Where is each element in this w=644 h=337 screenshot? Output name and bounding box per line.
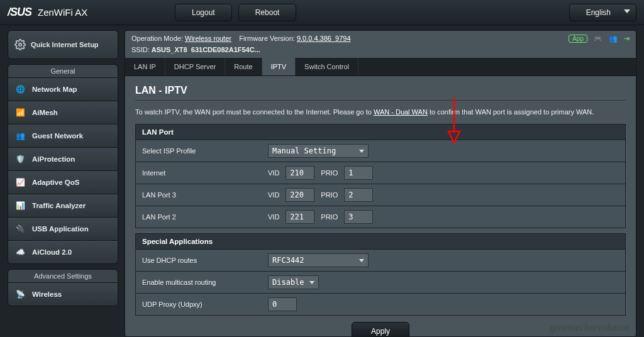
nav-label: Adaptive QoS	[32, 179, 79, 186]
vid-input[interactable]	[286, 210, 314, 224]
prio-input[interactable]	[344, 210, 373, 224]
port-row: LAN Port 3VIDPRIO	[135, 184, 626, 206]
prio-input[interactable]	[344, 188, 373, 202]
nav-label: Guest Network	[32, 132, 83, 140]
sidebar-item-wireless[interactable]: 📡Wireless	[8, 282, 118, 306]
quick-internet-setup[interactable]: Quick Internet Setup	[8, 30, 118, 59]
reboot-button[interactable]: Reboot	[238, 4, 297, 21]
sidebar-item-aiprotection[interactable]: 🛡️AiProtection	[8, 148, 118, 171]
vid-label: VID	[268, 191, 279, 199]
nav-label: Traffic Analyzer	[32, 202, 86, 209]
nav-icon: 🛡️	[14, 153, 26, 165]
special-apps-header: Special Applications	[135, 233, 626, 250]
vid-label: VID	[268, 169, 279, 177]
sidebar-section-advanced: Advanced Settings	[8, 269, 118, 282]
nav-icon: 📊	[14, 200, 26, 211]
nav-icon: 📈	[14, 177, 26, 188]
sidebar: Quick Internet Setup General 🌐Network Ma…	[8, 30, 118, 337]
nav-icon: 🔌	[14, 223, 26, 235]
tab-iptv[interactable]: IPTV	[262, 57, 296, 75]
prio-label: PRIO	[321, 169, 338, 177]
svg-point-0	[19, 43, 22, 47]
usb-icon[interactable]: ⇥	[624, 35, 630, 43]
main-panel: Operation Mode: Wireless router Firmware…	[125, 30, 636, 337]
port-row: InternetVIDPRIO	[135, 162, 626, 184]
udpxy-input[interactable]	[268, 297, 297, 311]
nav-icon: 🌐	[14, 84, 26, 95]
page-description: To watch IPTV, the WAN port must be conn…	[135, 107, 626, 118]
nav-label: AiProtection	[32, 155, 75, 163]
lan-port-header: LAN Port	[135, 124, 626, 140]
fw-label: Firmware Version:	[239, 35, 295, 42]
ssid-value-1: ASUS_XT8	[152, 46, 187, 53]
nav-icon: 📶	[14, 107, 26, 118]
nav-label: Network Map	[32, 86, 77, 93]
isp-profile-select[interactable]: Manual Setting	[268, 144, 369, 158]
gear-icon	[14, 39, 26, 50]
op-mode-link[interactable]: Wireless router	[185, 35, 231, 42]
tab-route[interactable]: Route	[225, 58, 262, 75]
fw-link[interactable]: 9.0.0.4.386_9794	[297, 35, 351, 42]
brand-logo: /SUS	[8, 6, 31, 19]
nav-label: AiMesh	[32, 109, 58, 116]
page-title: LAN - IPTV	[135, 85, 626, 96]
sidebar-item-guest-network[interactable]: 👥Guest Network	[8, 124, 118, 148]
tabs: LAN IPDHCP ServerRouteIPTVSwitch Control	[125, 58, 636, 76]
nav-label: Wireless	[32, 290, 62, 298]
multicast-label: Enable multicast routing	[136, 273, 262, 291]
prio-label: PRIO	[321, 213, 338, 221]
app-link[interactable]: App	[569, 35, 587, 43]
tab-dhcp-server[interactable]: DHCP Server	[165, 58, 225, 75]
apply-button[interactable]: Apply	[352, 322, 409, 336]
multicast-select[interactable]: Disable	[268, 275, 319, 289]
nav-label: USB Application	[32, 225, 89, 233]
nav-icon: 👥	[14, 130, 26, 141]
vid-label: VID	[268, 213, 279, 221]
wifi-icon: 📡	[14, 289, 26, 300]
port-label: Internet	[136, 164, 262, 182]
udpxy-label: UDP Proxy (Udpxy)	[136, 296, 262, 313]
info-bar: Operation Mode: Wireless router Firmware…	[125, 31, 636, 58]
nav-label: AiCloud 2.0	[32, 248, 72, 256]
ssid-value-2: 631CDE082A1F54C...	[191, 46, 260, 53]
isp-profile-label: Select ISP Profile	[136, 142, 262, 160]
sidebar-item-usb-application[interactable]: 🔌USB Application	[8, 218, 118, 241]
sidebar-item-aimesh[interactable]: 📶AiMesh	[8, 101, 118, 124]
qis-label: Quick Internet Setup	[31, 41, 99, 48]
nav-icon: ☁️	[14, 246, 26, 258]
vid-input[interactable]	[286, 188, 314, 202]
sidebar-item-traffic-analyzer[interactable]: 📊Traffic Analyzer	[8, 194, 118, 218]
port-label: LAN Port 3	[136, 186, 262, 204]
tab-lan-ip[interactable]: LAN IP	[125, 58, 165, 75]
sidebar-item-network-map[interactable]: 🌐Network Map	[8, 77, 118, 101]
port-label: LAN Port 2	[136, 208, 262, 226]
chevron-down-icon	[624, 9, 630, 13]
op-mode-label: Operation Mode:	[131, 35, 183, 42]
product-name: ZenWiFi AX	[38, 7, 87, 18]
dhcp-routes-select[interactable]: RFC3442	[268, 253, 369, 267]
vid-input[interactable]	[286, 166, 314, 180]
sidebar-section-general: General	[8, 64, 118, 77]
ssid-label: SSID:	[131, 46, 150, 53]
dhcp-routes-label: Use DHCP routes	[136, 251, 262, 269]
prio-label: PRIO	[321, 191, 338, 199]
tab-switch-control[interactable]: Switch Control	[296, 58, 358, 75]
port-row: LAN Port 2VIDPRIO	[135, 206, 626, 228]
wan-dual-wan-link[interactable]: WAN - Dual WAN	[374, 108, 428, 116]
prio-input[interactable]	[344, 166, 373, 180]
logout-button[interactable]: Logout	[175, 4, 232, 21]
sidebar-item-adaptive-qos[interactable]: 📈Adaptive QoS	[8, 171, 118, 194]
gamepad-icon[interactable]: 🎮	[594, 35, 602, 43]
sidebar-item-aicloud-2.0[interactable]: ☁️AiCloud 2.0	[8, 241, 118, 264]
top-bar: /SUS ZenWiFi AX Logout Reboot English	[0, 0, 644, 25]
users-icon[interactable]: 👥	[609, 35, 618, 43]
